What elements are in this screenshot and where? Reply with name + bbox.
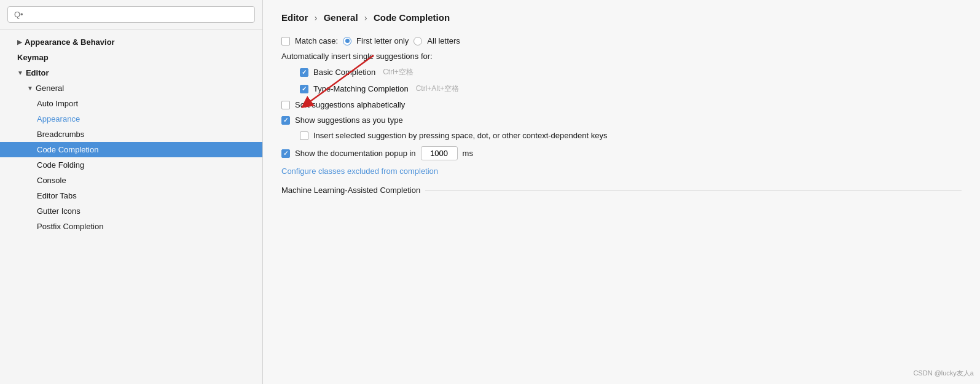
basic-completion-group: Basic Completion Ctrl+空格 Type-Matching C… [281,67,962,94]
breadcrumb-general: General [324,12,358,23]
ml-section-divider: Machine Learning-Assisted Completion [281,186,962,195]
breadcrumb-sep-2: › [364,12,367,23]
breadcrumb: Editor › General › Code Completion [281,12,962,23]
sidebar-item-postfix-completion[interactable]: Postfix Completion [0,219,262,234]
breadcrumb-code-completion: Code Completion [374,12,450,23]
search-bar [0,0,262,29]
show-doc-popup-label: Show the documentation popup in [295,149,416,158]
basic-completion-row: Basic Completion Ctrl+空格 [300,67,962,77]
match-case-checkbox[interactable] [281,37,290,45]
all-letters-label: All letters [427,36,460,45]
type-matching-shortcut: Ctrl+Alt+空格 [416,84,460,94]
search-input[interactable] [7,6,255,23]
sidebar-item-general[interactable]: ▼ General [0,80,262,96]
show-doc-popup-checkbox[interactable] [281,149,290,158]
basic-completion-checkbox[interactable] [300,68,308,77]
sidebar: ▶ Appearance & Behavior Keymap ▼ Editor … [0,0,263,384]
sidebar-item-code-folding[interactable]: Code Folding [0,157,262,173]
sort-suggestions-row: Sort suggestions alphabetically [281,100,962,109]
sidebar-item-editor-tabs[interactable]: Editor Tabs [0,188,262,203]
sidebar-item-keymap[interactable]: Keymap [0,50,262,65]
chevron-right-icon: ▶ [17,39,22,45]
insert-suggestion-checkbox[interactable] [300,131,308,140]
configure-classes-link[interactable]: Configure classes excluded from completi… [281,167,438,176]
show-doc-popup-row: Show the documentation popup in ms [281,146,962,160]
chevron-down-icon: ▼ [17,69,23,76]
basic-completion-label: Basic Completion [313,68,375,77]
basic-completion-shortcut: Ctrl+空格 [383,67,414,77]
sidebar-item-breadcrumbs[interactable]: Breadcrumbs [0,127,262,142]
sidebar-item-auto-import[interactable]: Auto Import [0,96,262,111]
first-letter-label: First letter only [356,36,409,45]
radio-all-letters[interactable] [414,37,422,45]
sidebar-item-appearance-behavior[interactable]: ▶ Appearance & Behavior [0,34,262,50]
configure-link-container: Configure classes excluded from completi… [281,167,962,176]
sidebar-item-console[interactable]: Console [0,173,262,188]
insert-suggestion-row: Insert selected suggestion by pressing s… [281,131,962,140]
type-matching-row: Type-Matching Completion Ctrl+Alt+空格 [300,84,962,94]
breadcrumb-editor: Editor [281,12,308,23]
insert-suggestion-label: Insert selected suggestion by pressing s… [313,131,607,140]
sidebar-item-code-completion[interactable]: Code Completion [0,142,262,157]
match-case-row: Match case: First letter only All letter… [281,36,962,45]
nav-tree: ▶ Appearance & Behavior Keymap ▼ Editor … [0,29,262,384]
show-suggestions-label: Show suggestions as you type [295,116,403,125]
auto-insert-label: Automatically insert single suggestions … [281,52,962,61]
sort-suggestions-checkbox[interactable] [281,101,290,109]
sidebar-item-editor[interactable]: ▼ Editor [0,65,262,80]
doc-popup-value-input[interactable] [421,146,458,160]
sort-suggestions-label: Sort suggestions alphabetically [295,100,405,109]
type-matching-label: Type-Matching Completion [313,84,409,93]
sidebar-item-appearance[interactable]: Appearance [0,111,262,127]
content-panel: Editor › General › Code Completion Match… [263,0,980,384]
chevron-down-icon-2: ▼ [27,85,33,92]
breadcrumb-sep-1: › [315,12,318,23]
watermark: CSDN @lucky友人a [913,369,974,378]
match-case-label: Match case: [295,36,338,45]
show-suggestions-row: Show suggestions as you type [281,116,962,125]
ml-section-label: Machine Learning-Assisted Completion [281,186,420,195]
show-suggestions-checkbox[interactable] [281,116,290,125]
doc-popup-unit: ms [463,149,473,158]
radio-first-letter[interactable] [343,37,351,45]
sidebar-item-gutter-icons[interactable]: Gutter Icons [0,203,262,219]
type-matching-checkbox[interactable] [300,85,308,93]
